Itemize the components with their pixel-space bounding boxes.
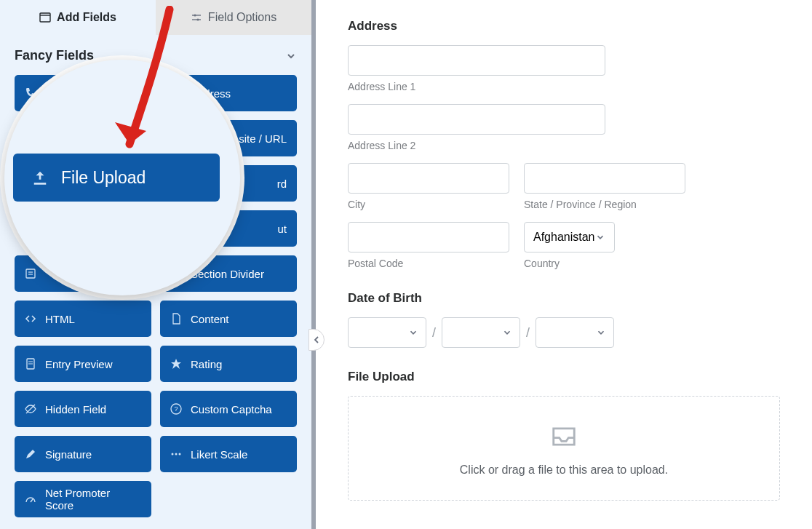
field-btn-richtext[interactable] (15, 255, 151, 292)
dob-separator: / (432, 325, 436, 341)
svg-point-17 (175, 453, 178, 456)
address-country-select[interactable]: Afghanistan (524, 222, 615, 252)
field-btn-section-divider-label: Section Divider (191, 268, 264, 280)
field-btn-hidden-field-label: Hidden Field (45, 403, 106, 415)
section-header-fancy-fields[interactable]: Fancy Fields (15, 48, 297, 75)
svg-rect-0 (40, 13, 50, 22)
tab-add-fields-label: Add Fields (57, 11, 116, 24)
chevron-down-icon (502, 327, 512, 338)
field-btn-entry-preview[interactable]: Entry Preview (15, 346, 151, 382)
address-line2-input[interactable] (348, 104, 605, 135)
field-grid: Address site / URL rd ut Section Divider… (0, 75, 311, 529)
field-btn-address-label: Address (191, 87, 231, 100)
svg-point-16 (172, 453, 174, 456)
window-icon (39, 12, 51, 23)
field-btn-layout-label: ut (277, 223, 287, 235)
section-fancy-fields: Fancy Fields (0, 35, 311, 75)
chevron-down-icon (285, 50, 297, 62)
chevron-down-icon (596, 327, 606, 338)
document-icon (170, 313, 182, 325)
chevron-left-icon (313, 335, 320, 344)
field-btn-website-label: site / URL (239, 132, 287, 145)
file-upload-title: File Upload (348, 370, 783, 384)
field-btn-signature[interactable]: Signature (15, 436, 151, 472)
address-line1-label: Address Line 1 (348, 81, 783, 92)
field-btn-address[interactable]: Address (160, 75, 297, 111)
field-btn-content-label: Content (191, 313, 229, 325)
address-country-label: Country (524, 258, 615, 269)
eye-off-icon (25, 403, 36, 415)
code-icon (25, 313, 36, 325)
file-upload-dropzone[interactable]: Click or drag a file to this area to upl… (348, 396, 780, 501)
address-title: Address (348, 19, 783, 33)
address-city-input[interactable] (348, 163, 509, 194)
tab-field-options[interactable]: Field Options (156, 0, 311, 35)
field-btn-website[interactable]: site / URL (160, 120, 297, 156)
field-btn-rating[interactable]: Rating (160, 346, 297, 382)
form-preview: Address Address Line 1 Address Line 2 Ci… (316, 0, 812, 529)
field-btn-html-label: HTML (45, 313, 75, 325)
field-btn-entry-preview-label: Entry Preview (45, 358, 113, 370)
field-btn-nps[interactable]: Net Promoter Score (15, 481, 151, 517)
file-upload-hint: Click or drag a file to this area to upl… (460, 464, 668, 477)
page-icon (25, 358, 36, 370)
dob-separator: / (526, 325, 530, 341)
address-country-value: Afghanistan (533, 231, 595, 244)
field-dob: Date of Birth / / (348, 291, 783, 348)
dots-icon (170, 448, 182, 460)
field-btn-content[interactable]: Content (160, 301, 297, 337)
field-btn-layout[interactable]: ut (160, 210, 297, 247)
address-state-label: State / Province / Region (524, 199, 685, 210)
field-btn-signature-label: Signature (45, 448, 92, 461)
star-icon (170, 358, 182, 370)
field-btn-section-divider[interactable]: Section Divider (160, 255, 297, 292)
address-postal-input[interactable] (348, 222, 509, 252)
phone-icon (25, 87, 36, 99)
field-btn-password[interactable]: rd (160, 165, 297, 202)
address-city-label: City (348, 199, 509, 210)
richtext-icon (25, 268, 36, 279)
field-btn-html[interactable]: HTML (15, 301, 151, 337)
address-line1-input[interactable] (348, 45, 605, 76)
svg-line-19 (31, 499, 33, 502)
address-postal-label: Postal Code (348, 258, 509, 269)
pencil-icon (25, 448, 36, 460)
dob-year-select[interactable] (536, 317, 614, 348)
fields-sidebar: Add Fields Field Options Fancy Fields Ad… (0, 0, 316, 529)
svg-point-18 (179, 453, 181, 456)
field-file-upload: File Upload Click or drag a file to this… (348, 370, 783, 501)
field-btn-likert-scale-label: Likert Scale (191, 448, 247, 461)
dob-title: Date of Birth (348, 291, 783, 306)
sidebar-tabs: Add Fields Field Options (0, 0, 311, 35)
chevron-down-icon (408, 327, 418, 338)
field-btn-password-label: rd (277, 178, 287, 190)
section-title: Fancy Fields (15, 48, 94, 63)
field-btn-nps-label: Net Promoter Score (45, 487, 141, 512)
dob-day-select[interactable] (442, 317, 520, 348)
question-icon: ? (170, 403, 182, 415)
field-btn-custom-captcha[interactable]: ? Custom Captcha (160, 391, 297, 427)
svg-point-3 (194, 14, 196, 16)
field-btn-hidden-field[interactable]: Hidden Field (15, 391, 151, 427)
svg-rect-6 (26, 269, 35, 278)
chevron-down-icon (595, 232, 605, 242)
field-btn-rating-label: Rating (191, 358, 222, 370)
address-state-input[interactable] (524, 163, 685, 194)
address-line2-label: Address Line 2 (348, 140, 783, 151)
field-address: Address Address Line 1 Address Line 2 Ci… (348, 19, 783, 269)
field-btn-likert-scale[interactable]: Likert Scale (160, 436, 297, 472)
tab-field-options-label: Field Options (208, 11, 276, 24)
dob-month-select[interactable] (348, 317, 426, 348)
field-btn-custom-captcha-label: Custom Captcha (191, 403, 272, 415)
svg-point-5 (196, 18, 199, 20)
svg-marker-12 (171, 359, 181, 369)
field-btn-phone[interactable] (15, 75, 151, 111)
inbox-icon (550, 423, 578, 450)
sliders-icon (191, 12, 202, 23)
gauge-icon (25, 493, 36, 505)
tab-add-fields[interactable]: Add Fields (0, 0, 156, 35)
svg-text:?: ? (174, 405, 178, 413)
